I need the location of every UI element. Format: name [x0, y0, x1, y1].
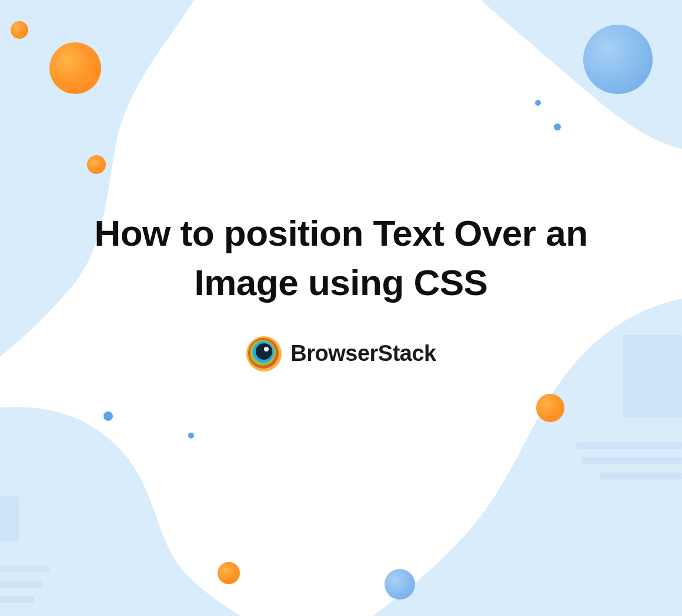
brand-name: BrowserStack — [290, 341, 436, 366]
svg-point-5 — [264, 347, 269, 351]
browserstack-logo-icon — [246, 336, 282, 372]
svg-point-4 — [256, 343, 272, 360]
brand-logo: BrowserStack — [246, 336, 436, 372]
content-area: How to position Text Over an Image using… — [0, 0, 682, 616]
banner-canvas: How to position Text Over an Image using… — [0, 0, 682, 616]
page-title: How to position Text Over an Image using… — [47, 209, 635, 307]
